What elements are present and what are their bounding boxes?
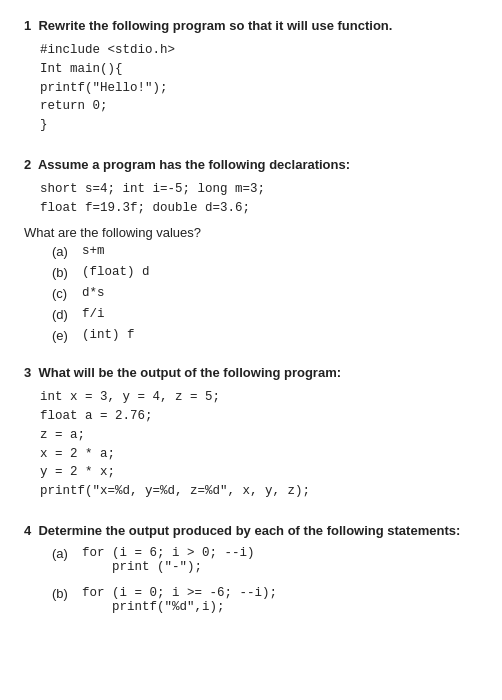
answer-label-d: (d): [52, 307, 82, 322]
answer-value-c: d*s: [82, 286, 105, 300]
section-4-item-a: (a) for (i = 6; i > 0; --i) print ("-");: [52, 546, 478, 574]
section-4: 4 Determine the output produced by each …: [24, 523, 478, 614]
answer-item-b: (b) (float) d: [52, 265, 478, 280]
section-2-heading: Assume a program has the following decla…: [38, 157, 350, 172]
section-3-number: 3: [24, 365, 31, 380]
section-2-question: What are the following values?: [24, 225, 478, 240]
section-3: 3 What will be the output of the followi…: [24, 365, 478, 501]
answer-label-e: (e): [52, 328, 82, 343]
answer-item-e: (e) (int) f: [52, 328, 478, 343]
section-4-label-b: (b): [52, 586, 82, 601]
section-2-number: 2: [24, 157, 31, 172]
answer-value-b: (float) d: [82, 265, 150, 279]
answer-label-c: (c): [52, 286, 82, 301]
section-2-answers: (a) s+m (b) (float) d (c) d*s (d) f/i (e…: [52, 244, 478, 343]
section-2: 2 Assume a program has the following dec…: [24, 157, 478, 344]
section-2-declarations: short s=4; int i=-5; long m=3; float f=1…: [40, 180, 478, 218]
answer-label-b: (b): [52, 265, 82, 280]
section-4-heading: Determine the output produced by each of…: [38, 523, 460, 538]
section-4-number: 4: [24, 523, 31, 538]
answer-item-c: (c) d*s: [52, 286, 478, 301]
section-4-label-a: (a): [52, 546, 82, 561]
section-4-title: 4 Determine the output produced by each …: [24, 523, 478, 538]
answer-value-e: (int) f: [82, 328, 135, 342]
answer-value-a: s+m: [82, 244, 105, 258]
section-1-heading: Rewrite the following program so that it…: [38, 18, 392, 33]
answer-item-d: (d) f/i: [52, 307, 478, 322]
section-1-code: #include <stdio.h> Int main(){ printf("H…: [40, 41, 478, 135]
section-1-title: 1 Rewrite the following program so that …: [24, 18, 478, 33]
section-4-item-b: (b) for (i = 0; i >= -6; --i); printf("%…: [52, 586, 478, 614]
answer-item-a: (a) s+m: [52, 244, 478, 259]
answer-value-d: f/i: [82, 307, 105, 321]
section-4-answers: (a) for (i = 6; i > 0; --i) print ("-");…: [52, 546, 478, 614]
section-1-number: 1: [24, 18, 31, 33]
answer-label-a: (a): [52, 244, 82, 259]
section-3-heading: What will be the output of the following…: [38, 365, 341, 380]
section-4-code-b: for (i = 0; i >= -6; --i); printf("%d",i…: [82, 586, 277, 614]
section-1: 1 Rewrite the following program so that …: [24, 18, 478, 135]
section-4-code-a: for (i = 6; i > 0; --i) print ("-");: [82, 546, 255, 574]
section-2-title: 2 Assume a program has the following dec…: [24, 157, 478, 172]
section-3-code: int x = 3, y = 4, z = 5; float a = 2.76;…: [40, 388, 478, 501]
section-3-title: 3 What will be the output of the followi…: [24, 365, 478, 380]
